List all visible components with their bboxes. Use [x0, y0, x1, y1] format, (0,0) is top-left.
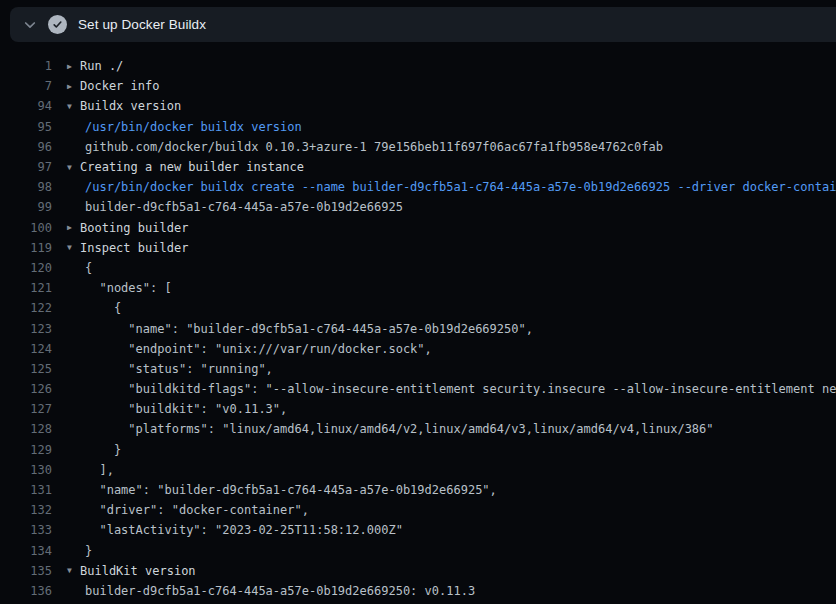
log-line-row: 96github.com/docker/buildx 0.10.3+azure-… — [0, 137, 836, 157]
line-number[interactable]: 135 — [0, 564, 52, 578]
line-number[interactable]: 125 — [0, 362, 52, 376]
log-line-row: 130 ], — [0, 460, 836, 480]
log-line-row: 121 "nodes": [ — [0, 278, 836, 298]
triangle-collapsed-icon: ▶ — [67, 82, 80, 91]
line-number[interactable]: 132 — [0, 503, 52, 517]
triangle-expanded-icon: ▼ — [67, 566, 80, 575]
line-number[interactable]: 130 — [0, 463, 52, 477]
log-line-row: 123 "name": "builder-d9cfb5a1-c764-445a-… — [0, 318, 836, 338]
output-text: ], — [85, 463, 114, 477]
group-title: Run ./ — [80, 59, 123, 73]
line-number[interactable]: 96 — [0, 140, 52, 154]
triangle-collapsed-icon: ▶ — [67, 62, 80, 71]
log-group-row[interactable]: 100▶Booting builder — [0, 218, 836, 238]
log-line-row: 134} — [0, 541, 836, 561]
output-text: "nodes": [ — [85, 281, 172, 295]
log-line-row: 129 } — [0, 440, 836, 460]
log-group-row[interactable]: 135▼BuildKit version — [0, 561, 836, 581]
log-line-row: 120{ — [0, 258, 836, 278]
log-line-row: 95/usr/bin/docker buildx version — [0, 117, 836, 137]
line-number[interactable]: 124 — [0, 342, 52, 356]
group-title: Buildx version — [80, 99, 181, 113]
log-line-row: 122 { — [0, 298, 836, 318]
group-title: Inspect builder — [80, 241, 188, 255]
line-number[interactable]: 121 — [0, 281, 52, 295]
output-text: { — [85, 261, 92, 275]
log-line-row: 98/usr/bin/docker buildx create --name b… — [0, 177, 836, 197]
log-line-row: 136builder-d9cfb5a1-c764-445a-a57e-0b19d… — [0, 581, 836, 601]
line-number[interactable]: 95 — [0, 120, 52, 134]
line-number[interactable]: 122 — [0, 301, 52, 315]
output-text: "name": "builder-d9cfb5a1-c764-445a-a57e… — [85, 322, 533, 336]
line-number[interactable]: 123 — [0, 322, 52, 336]
output-text: } — [85, 443, 121, 457]
group-title: Creating a new builder instance — [80, 160, 304, 174]
line-number[interactable]: 136 — [0, 584, 52, 598]
line-number[interactable]: 134 — [0, 544, 52, 558]
line-number[interactable]: 99 — [0, 200, 52, 214]
output-text: "name": "builder-d9cfb5a1-c764-445a-a57e… — [85, 483, 497, 497]
output-text: "endpoint": "unix:///var/run/docker.sock… — [85, 342, 432, 356]
output-text: } — [85, 544, 92, 558]
check-circle-icon — [48, 15, 67, 34]
output-text: "buildkitd-flags": "--allow-insecure-ent… — [85, 382, 836, 396]
log-group-row[interactable]: 119▼Inspect builder — [0, 238, 836, 258]
line-number[interactable]: 126 — [0, 382, 52, 396]
line-number[interactable]: 100 — [0, 221, 52, 235]
log-group-row[interactable]: 94▼Buildx version — [0, 96, 836, 116]
line-number[interactable]: 119 — [0, 241, 52, 255]
triangle-expanded-icon: ▼ — [67, 243, 80, 252]
log-group-row[interactable]: 1▶Run ./ — [0, 56, 836, 76]
log-line-row: 125 "status": "running", — [0, 359, 836, 379]
line-number[interactable]: 131 — [0, 483, 52, 497]
log-line-row: 131 "name": "builder-d9cfb5a1-c764-445a-… — [0, 480, 836, 500]
group-title: BuildKit version — [80, 564, 196, 578]
step-header[interactable]: Set up Docker Buildx — [10, 7, 836, 42]
log-line-row: 126 "buildkitd-flags": "--allow-insecure… — [0, 379, 836, 399]
triangle-expanded-icon: ▼ — [67, 163, 80, 172]
line-number[interactable]: 133 — [0, 523, 52, 537]
group-title: Docker info — [80, 79, 159, 93]
line-number[interactable]: 94 — [0, 99, 52, 113]
line-number[interactable]: 128 — [0, 422, 52, 436]
log-line-row: 132 "driver": "docker-container", — [0, 500, 836, 520]
log-group-row[interactable]: 7▶Docker info — [0, 76, 836, 96]
chevron-down-icon[interactable] — [18, 13, 42, 37]
line-number[interactable]: 127 — [0, 402, 52, 416]
line-number[interactable]: 7 — [0, 79, 52, 93]
log-line-row: 124 "endpoint": "unix:///var/run/docker.… — [0, 339, 836, 359]
step-title: Set up Docker Buildx — [78, 17, 206, 32]
log-line-row: 99builder-d9cfb5a1-c764-445a-a57e-0b19d2… — [0, 197, 836, 217]
output-text: { — [85, 301, 121, 315]
output-text: builder-d9cfb5a1-c764-445a-a57e-0b19d2e6… — [85, 200, 403, 214]
log-line-row: 133 "lastActivity": "2023-02-25T11:58:12… — [0, 520, 836, 540]
line-number[interactable]: 129 — [0, 443, 52, 457]
log-line-row: 128 "platforms": "linux/amd64,linux/amd6… — [0, 419, 836, 439]
log-output: 1▶Run ./7▶Docker info94▼Buildx version95… — [0, 56, 836, 601]
triangle-expanded-icon: ▼ — [67, 102, 80, 111]
log-line-row: 127 "buildkit": "v0.11.3", — [0, 399, 836, 419]
line-number[interactable]: 97 — [0, 160, 52, 174]
line-number[interactable]: 120 — [0, 261, 52, 275]
log-viewer-page: Set up Docker Buildx 1▶Run ./7▶Docker in… — [0, 0, 836, 604]
command-text: /usr/bin/docker buildx version — [85, 120, 302, 134]
line-number[interactable]: 1 — [0, 59, 52, 73]
line-number[interactable]: 98 — [0, 180, 52, 194]
output-text: "driver": "docker-container", — [85, 503, 309, 517]
log-group-row[interactable]: 97▼Creating a new builder instance — [0, 157, 836, 177]
output-text: "lastActivity": "2023-02-25T11:58:12.000… — [85, 523, 403, 537]
output-text: "status": "running", — [85, 362, 273, 376]
output-text: "platforms": "linux/amd64,linux/amd64/v2… — [85, 422, 714, 436]
output-text: builder-d9cfb5a1-c764-445a-a57e-0b19d2e6… — [85, 584, 475, 598]
triangle-collapsed-icon: ▶ — [67, 223, 80, 232]
group-title: Booting builder — [80, 221, 188, 235]
command-text: /usr/bin/docker buildx create --name bui… — [85, 180, 836, 194]
output-text: github.com/docker/buildx 0.10.3+azure-1 … — [85, 140, 663, 154]
output-text: "buildkit": "v0.11.3", — [85, 402, 287, 416]
